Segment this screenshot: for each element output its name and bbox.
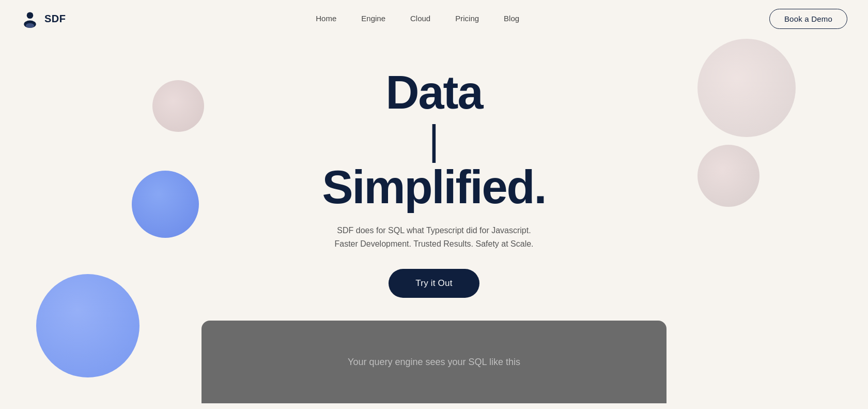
code-preview-placeholder: Your query engine sees your SQL like thi… [348, 357, 520, 368]
logo-icon [21, 9, 39, 28]
nav-item-pricing[interactable]: Pricing [455, 14, 479, 23]
nav-item-blog[interactable]: Blog [504, 14, 519, 23]
hero-title-data: Data [385, 68, 482, 117]
nav-item-engine[interactable]: Engine [361, 14, 385, 23]
try-it-out-button[interactable]: Try it Out [389, 269, 479, 298]
svg-point-2 [26, 23, 34, 28]
logo-text: SDF [44, 13, 66, 25]
hero-title-simplified: Simplified. [322, 163, 546, 212]
nav-links: Home Engine Cloud Pricing Blog [316, 14, 519, 23]
nav-item-cloud[interactable]: Cloud [410, 14, 430, 23]
svg-point-0 [27, 12, 34, 19]
hero-description: SDF does for SQL what Typescript did for… [334, 224, 533, 250]
nav-item-home[interactable]: Home [316, 14, 336, 23]
book-demo-button[interactable]: Book a Demo [769, 9, 847, 29]
hero-desc-line2: Faster Development. Trusted Results. Saf… [334, 237, 533, 251]
code-preview-box: Your query engine sees your SQL like thi… [202, 321, 667, 403]
hero-desc-line1: SDF does for SQL what Typescript did for… [334, 224, 533, 237]
hero-section: Data | Simplified. SDF does for SQL what… [0, 37, 868, 403]
hero-separator: | [429, 119, 440, 161]
logo[interactable]: SDF [21, 9, 66, 28]
navbar: SDF Home Engine Cloud Pricing Blog Book … [0, 0, 868, 37]
